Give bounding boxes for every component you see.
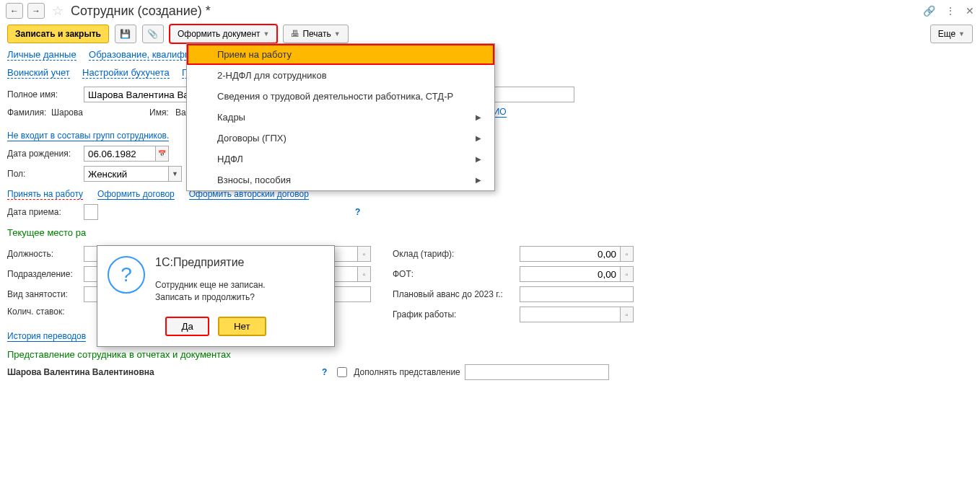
salary-input[interactable]	[520, 246, 621, 262]
dialog-yes-button[interactable]: Да	[165, 317, 209, 336]
create-document-dropdown[interactable]: Оформить документ ▼	[170, 25, 277, 43]
dialog-title: 1С:Предприятие	[155, 256, 266, 269]
gender-input[interactable]	[84, 166, 169, 182]
chevron-down-icon: ▼	[334, 30, 341, 38]
employment-label: Вид занятости:	[7, 289, 79, 299]
tab-personal[interactable]: Личные данные	[7, 49, 76, 61]
current-place-heading: Текущее место ра	[7, 227, 973, 238]
close-icon[interactable]: ✕	[966, 5, 974, 17]
schedule-input[interactable]	[520, 307, 621, 322]
open-lookup-icon[interactable]: ▫	[358, 246, 371, 262]
menu-item-kadry[interactable]: Кадры ▶	[187, 107, 494, 128]
salary-label: Оклад (тариф):	[393, 249, 515, 259]
open-lookup-icon[interactable]: ▫	[358, 266, 371, 282]
dialog-line1: Сотрудник еще не записан.	[155, 279, 266, 291]
chevron-right-icon: ▶	[476, 113, 481, 121]
hire-date-input[interactable]	[84, 204, 98, 220]
open-lookup-icon[interactable]: ▫	[621, 307, 634, 322]
menu-item-2ndfl[interactable]: 2-НДФЛ для сотрудников	[187, 65, 494, 86]
chevron-right-icon: ▶	[476, 155, 481, 163]
firstname-label: Имя:	[149, 107, 171, 118]
question-icon: ?	[108, 256, 145, 294]
history-link[interactable]: История переводов	[7, 331, 86, 342]
calendar-icon[interactable]: 📅	[156, 146, 169, 162]
fot-input[interactable]	[520, 266, 621, 282]
chevron-down-icon[interactable]: ▼	[169, 166, 182, 182]
fullname-label: Полное имя:	[7, 89, 79, 100]
birthdate-input[interactable]	[84, 146, 156, 162]
gender-label: Пол:	[7, 169, 79, 179]
position-label: Должность:	[7, 249, 79, 259]
print-label: Печать	[302, 29, 331, 39]
menu-item-std-r[interactable]: Сведения о трудовой деятельности работни…	[187, 86, 494, 107]
lastname-value: Шарова	[51, 107, 145, 118]
groups-link[interactable]: Не входит в составы групп сотрудников.	[7, 131, 169, 141]
more-dropdown[interactable]: Еще ▼	[930, 25, 973, 43]
confirm-dialog: ? 1С:Предприятие Сотрудник еще не записа…	[97, 245, 335, 347]
representation-name: Шарова Валентина Валентиновна	[7, 367, 195, 377]
printer-icon: 🖶	[291, 29, 299, 39]
nav-back-button[interactable]: ←	[6, 3, 23, 19]
help-icon[interactable]: ?	[352, 207, 363, 217]
attach-button[interactable]: 📎	[142, 25, 164, 43]
tab-accounting[interactable]: Настройки бухучета	[82, 67, 170, 79]
open-lookup-icon[interactable]: ▫	[621, 246, 634, 262]
save-close-button[interactable]: Записать и закрыть	[7, 25, 109, 43]
advance-label: Плановый аванс до 2023 г.:	[393, 289, 515, 299]
io-link[interactable]: ИО	[494, 107, 507, 118]
representation-heading: Представление сотрудника в отчетах и док…	[7, 349, 973, 360]
favorite-star-icon[interactable]: ☆	[52, 3, 64, 19]
page-title: Сотрудник (создание) *	[71, 4, 211, 19]
kebab-menu-icon[interactable]: ⋮	[945, 5, 955, 17]
hire-link[interactable]: Принять на работу	[7, 189, 83, 200]
lastname-label: Фамилия:	[7, 107, 47, 118]
link-icon[interactable]: 🔗	[923, 5, 935, 17]
contract-link[interactable]: Оформить договор	[97, 189, 175, 200]
open-lookup-icon[interactable]: ▫	[621, 266, 634, 282]
menu-item-benefits[interactable]: Взносы, пособия ▶	[187, 169, 494, 190]
print-dropdown[interactable]: 🖶 Печать ▼	[283, 25, 348, 43]
fot-label: ФОТ:	[393, 269, 515, 279]
birthdate-label: Дата рождения:	[7, 149, 79, 159]
chevron-down-icon: ▼	[958, 30, 965, 38]
tab-military[interactable]: Воинский учет	[7, 67, 70, 79]
department-label: Подразделение:	[7, 269, 79, 279]
schedule-label: График работы:	[393, 309, 515, 320]
advance-input[interactable]	[520, 286, 634, 302]
firstname-value: Ва	[175, 107, 186, 118]
rates-label: Колич. ставок:	[7, 307, 79, 317]
chevron-right-icon: ▶	[476, 134, 481, 142]
hire-date-label: Дата приема:	[7, 207, 79, 217]
append-representation-label: Дополнять представление	[354, 367, 460, 377]
save-button[interactable]: 💾	[115, 25, 136, 43]
create-document-label: Оформить документ	[178, 29, 261, 39]
menu-item-hire[interactable]: Прием на работу	[187, 44, 494, 65]
append-representation-checkbox[interactable]	[337, 367, 347, 377]
dialog-no-button[interactable]: Нет	[218, 317, 266, 336]
menu-item-gph[interactable]: Договоры (ГПХ) ▶	[187, 128, 494, 149]
dialog-line2: Записать и продолжить?	[155, 291, 266, 304]
representation-suffix-input[interactable]	[465, 364, 609, 380]
chevron-right-icon: ▶	[476, 176, 481, 184]
document-dropdown-menu: Прием на работу 2-НДФЛ для сотрудников С…	[186, 43, 495, 191]
tab-education[interactable]: Образование, квалифи	[89, 49, 190, 61]
nav-forward-button[interactable]: →	[27, 3, 45, 19]
more-label: Еще	[938, 29, 955, 39]
help-icon[interactable]: ?	[319, 367, 330, 377]
chevron-down-icon: ▼	[263, 30, 270, 38]
menu-item-ndfl[interactable]: НДФЛ ▶	[187, 149, 494, 169]
